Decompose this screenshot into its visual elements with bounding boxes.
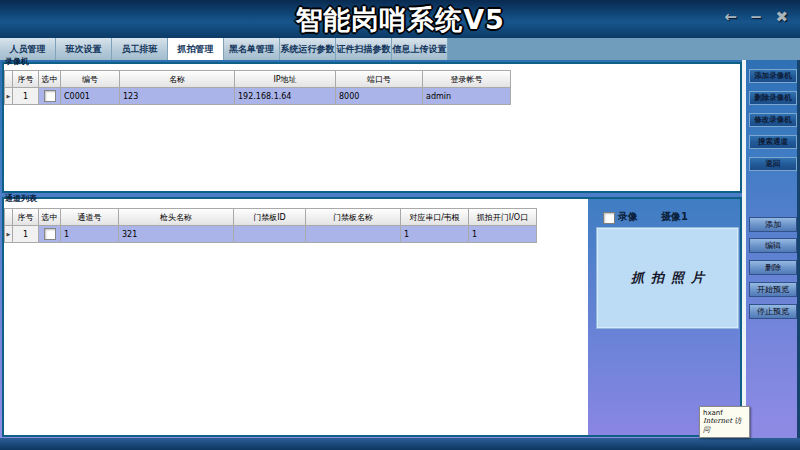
app-window: 智能岗哨系统V5 ← − ✖ 人员管理 班次设置 员工排班 抓拍管理 黑名单管理…: [0, 0, 800, 450]
delete-channel-button[interactable]: 删除: [749, 260, 797, 275]
add-channel-button[interactable]: 添加: [749, 217, 797, 232]
column-header: 登录帐号: [423, 70, 511, 88]
tab-blacklist-management[interactable]: 黑名单管理: [224, 38, 280, 60]
header-gutter-cell: [4, 70, 13, 88]
tooltip-line2: Internet 访问: [703, 417, 746, 435]
column-header: 对应串口/韦根: [401, 208, 469, 226]
return-button[interactable]: 返回: [749, 157, 797, 171]
window-controls: ← − ✖: [724, 7, 788, 27]
tab-shift-settings[interactable]: 班次设置: [56, 38, 112, 60]
tab-system-run-params[interactable]: 系统运行参数: [280, 38, 336, 60]
edit-channel-button[interactable]: 编辑: [749, 238, 797, 253]
column-header: 枪头名称: [119, 208, 234, 226]
row-select-checkbox[interactable]: [44, 90, 56, 102]
tab-staff-scheduling[interactable]: 员工排班: [112, 38, 168, 60]
stop-preview-button[interactable]: 停止预览: [749, 304, 797, 319]
row-seq-cell: 1: [13, 88, 39, 105]
tab-id-scan-params[interactable]: 证件扫描参数: [336, 38, 392, 60]
channel-table-row[interactable]: 1 1 321 1 1: [4, 226, 537, 243]
column-header: 名称: [120, 70, 235, 88]
minimize-icon[interactable]: −: [750, 7, 763, 27]
delete-recorder-button[interactable]: 删除录像机: [749, 91, 797, 105]
recorder-table-header: 序号 选中 编号 名称 IP地址 端口号 登录帐号: [4, 70, 511, 88]
column-header: 序号: [13, 70, 39, 88]
column-header: IP地址: [235, 70, 336, 88]
serial-port-cell: 1: [401, 226, 469, 243]
close-icon[interactable]: ✖: [775, 7, 788, 27]
door-board-name-cell: [306, 226, 401, 243]
record-label: 录像: [618, 210, 638, 224]
row-seq-cell: 1: [13, 226, 39, 243]
column-header: 通道号: [61, 208, 119, 226]
channel-table-header: 序号 选中 通道号 枪头名称 门禁板ID 门禁板名称 对应串口/韦根 抓拍开门I…: [4, 208, 537, 226]
tab-info-upload-settings[interactable]: 信息上传设置: [392, 38, 448, 60]
recorder-code-cell: C0001: [61, 88, 120, 105]
bottom-frame: [0, 438, 800, 450]
row-select-checkbox[interactable]: [44, 228, 56, 240]
recorder-port-cell: 8000: [336, 88, 423, 105]
vertical-separator: [742, 60, 746, 438]
network-tooltip: hxanf Internet 访问: [699, 406, 750, 438]
tab-capture-management[interactable]: 抓拍管理: [168, 38, 224, 60]
row-check-cell: [39, 226, 61, 243]
column-header: 编号: [61, 70, 120, 88]
tab-bar: 人员管理 班次设置 员工排班 抓拍管理 黑名单管理 系统运行参数 证件扫描参数 …: [0, 38, 800, 60]
recorder-account-cell: admin: [423, 88, 511, 105]
camera-label: 摄像1: [661, 210, 688, 224]
channel-number-cell: 1: [61, 226, 119, 243]
column-header: 门禁板名称: [306, 208, 401, 226]
snapshot-photo-box: 抓拍照片: [596, 227, 739, 329]
door-board-id-cell: [234, 226, 306, 243]
main-area: 录像机 序号 选中 编号 名称 IP地址 端口号 登录帐号 1 C0001: [0, 60, 800, 438]
recorder-table-row[interactable]: 1 C0001 123 192.168.1.64 8000 admin: [4, 88, 511, 105]
page-title: 智能岗哨系统V5: [0, 2, 800, 38]
add-recorder-button[interactable]: 添加录像机: [749, 69, 797, 83]
column-header: 门禁板ID: [234, 208, 306, 226]
header-gutter-cell: [4, 208, 13, 226]
modify-recorder-button[interactable]: 修改录像机: [749, 113, 797, 127]
column-header: 抓拍开门I/O口: [469, 208, 537, 226]
back-icon[interactable]: ←: [724, 7, 737, 27]
search-channel-button[interactable]: 搜索通道: [749, 135, 797, 149]
row-selector-arrow-icon: [4, 226, 13, 243]
column-header: 序号: [13, 208, 39, 226]
tooltip-line1: hxanf: [703, 409, 746, 417]
recorder-name-cell: 123: [120, 88, 235, 105]
start-preview-button[interactable]: 开始预览: [749, 282, 797, 297]
row-selector-arrow-icon: [4, 88, 13, 105]
column-header: 选中: [39, 208, 61, 226]
capture-io-cell: 1: [469, 226, 537, 243]
recorder-table: 序号 选中 编号 名称 IP地址 端口号 登录帐号 1 C0001 123 19…: [4, 70, 511, 105]
camera-name-cell: 321: [119, 226, 234, 243]
recorder-group-label: 录像机: [5, 56, 29, 67]
row-check-cell: [39, 88, 61, 105]
channel-table: 序号 选中 通道号 枪头名称 门禁板ID 门禁板名称 对应串口/韦根 抓拍开门I…: [4, 208, 537, 243]
column-header: 端口号: [336, 70, 423, 88]
snapshot-photo-placeholder: 抓拍照片: [624, 269, 711, 287]
recorder-ip-cell: 192.168.1.64: [235, 88, 336, 105]
record-checkbox[interactable]: [603, 212, 615, 224]
title-bar: 智能岗哨系统V5 ← − ✖: [0, 0, 800, 38]
channel-group-label: 通道列表: [5, 193, 37, 204]
column-header: 选中: [39, 70, 61, 88]
